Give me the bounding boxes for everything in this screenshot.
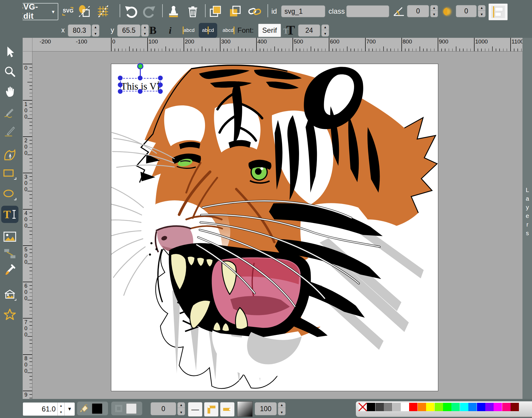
text-anchor-end-button[interactable]: abcd [220, 24, 237, 37]
snap-grid-button[interactable] [96, 4, 110, 19]
clone-button[interactable] [166, 4, 180, 19]
stroke-width-spinner-arrows[interactable]: ▲▼ [177, 402, 185, 415]
anchor-middle-label-right: cd [209, 27, 214, 33]
palette-swatch-000000[interactable] [367, 403, 375, 411]
selection-handle-w[interactable] [118, 82, 123, 87]
blur-input[interactable]: 0 [456, 5, 477, 17]
stroke-width-input[interactable]: 0 [151, 402, 176, 415]
zoom-widget[interactable]: 61.0 ▲▼ ▼ [23, 403, 75, 416]
star-icon [3, 308, 17, 321]
palette-swatch-00ff00[interactable] [443, 403, 451, 411]
palette-swatch-007fff[interactable] [468, 403, 477, 411]
zoom-spinner-arrows[interactable]: ▲▼ [57, 403, 65, 416]
font-size-input[interactable]: 24 [298, 24, 320, 37]
tool-ellipse[interactable] [2, 187, 18, 202]
zoom-dropdown-icon[interactable]: ▼ [65, 406, 75, 412]
source-editor-button[interactable]: SVG [61, 4, 75, 19]
tool-line[interactable] [2, 123, 18, 138]
opacity-input[interactable]: 100 [255, 402, 277, 415]
undo-button[interactable] [124, 4, 138, 19]
text-anchor-middle-button[interactable]: abcd [199, 23, 217, 38]
tool-connector[interactable] [2, 246, 18, 261]
path-pen-icon [3, 148, 16, 161]
x-input[interactable]: 80.3 [68, 24, 91, 37]
tool-image[interactable] [2, 229, 18, 244]
tool-pan[interactable] [2, 84, 18, 99]
h-ruler-label: 0 [112, 38, 115, 45]
selection-handle-sw[interactable] [118, 89, 123, 94]
palette-swatch-7f7f7f[interactable] [384, 403, 392, 411]
stroke-color-widget[interactable] [111, 402, 142, 415]
svg-canvas[interactable]: This is V7 [111, 64, 438, 391]
palette-swatch-ffffff[interactable] [401, 403, 409, 411]
tool-star[interactable] [2, 307, 18, 322]
tool-path[interactable] [2, 146, 18, 162]
tiger-artwork[interactable] [111, 64, 438, 391]
bold-button[interactable]: B [146, 23, 159, 38]
text-anchor-start-button[interactable]: abcd [180, 24, 197, 37]
angle-spinner-arrows[interactable]: ▲▼ [430, 5, 438, 17]
delete-button[interactable] [186, 4, 200, 19]
move-to-back-button[interactable] [228, 4, 242, 19]
font-size-spinner-arrows[interactable]: ▲▼ [321, 24, 329, 37]
linejoin-button[interactable] [204, 402, 218, 417]
palette-swatch-7f0000[interactable] [511, 403, 519, 411]
tool-shape-library[interactable] [2, 287, 18, 302]
selection-handle-s[interactable] [138, 89, 143, 94]
rotate-handle[interactable] [137, 63, 143, 69]
selection-handle-ne[interactable] [158, 76, 163, 80]
fill-color-widget[interactable] [77, 402, 108, 415]
svg-text:T: T [3, 208, 11, 221]
palette-swatch-ffff00[interactable] [426, 403, 434, 411]
redo-button[interactable] [142, 4, 157, 19]
italic-button[interactable]: i [164, 23, 176, 38]
selection-handle-nw[interactable] [118, 76, 123, 80]
blur-spinner-arrows[interactable]: ▲▼ [478, 5, 486, 17]
font-family-button[interactable]: Serif [258, 24, 281, 37]
palette-swatch-ff7f00[interactable] [418, 403, 426, 411]
angle-input[interactable]: 0 [407, 5, 429, 17]
h-ruler-label: 800 [403, 38, 412, 45]
v-ruler-label: 5 0 0 [24, 247, 27, 265]
palette-swatch-ff0000[interactable] [409, 403, 417, 411]
palette-swatch-7f00ff[interactable] [485, 403, 494, 411]
palette-swatch-0000ff[interactable] [477, 403, 485, 411]
palette-swatch-ff007f[interactable] [502, 403, 511, 411]
tool-select[interactable] [2, 44, 18, 60]
stroke-color-swatch[interactable] [126, 403, 137, 414]
layers-panel-tab[interactable]: Layers [522, 38, 532, 399]
palette-swatch-7fff00[interactable] [435, 403, 443, 411]
stroke-dash-button[interactable]: — [188, 402, 202, 417]
selection-handle-n[interactable] [138, 76, 143, 80]
tool-rect[interactable] [2, 166, 18, 182]
tool-zoom[interactable] [2, 64, 18, 79]
x-spinner-arrows[interactable]: ▲▼ [92, 24, 99, 37]
palette-swatch-bfbfbf[interactable] [392, 403, 401, 411]
linecap-button[interactable] [220, 402, 234, 417]
v-ruler-label: 0 [24, 65, 27, 71]
selection-handle-se[interactable] [158, 89, 163, 94]
chevron-down-icon: ▼ [51, 9, 55, 14]
align-button[interactable] [489, 4, 508, 20]
wireframe-mode-button[interactable] [77, 4, 92, 19]
move-back-icon [229, 5, 242, 18]
palette-swatch-00ffff[interactable] [460, 403, 468, 411]
palette-swatch-ff00ff[interactable] [494, 403, 502, 411]
tool-pencil[interactable] [2, 104, 18, 119]
id-input[interactable]: svg_1 [281, 5, 325, 17]
stamp-icon [167, 5, 180, 18]
connector-icon [3, 248, 16, 260]
selection-handle-e[interactable] [158, 82, 163, 87]
move-to-front-button[interactable] [208, 4, 223, 19]
y-input[interactable]: 65.5 [117, 24, 140, 37]
class-input[interactable] [346, 5, 389, 17]
tool-text-selected[interactable]: T [1, 206, 18, 223]
palette-swatch-none[interactable] [359, 403, 367, 411]
make-link-button[interactable] [248, 4, 262, 19]
opacity-spinner-arrows[interactable]: ▲▼ [278, 402, 286, 415]
tool-eyedropper[interactable] [2, 262, 18, 277]
h-ruler-label: 1100 [511, 38, 522, 45]
palette-swatch-3f3f3f[interactable] [375, 403, 384, 411]
palette-swatch-00ff7f[interactable] [451, 403, 460, 411]
fill-color-swatch[interactable] [92, 403, 102, 414]
